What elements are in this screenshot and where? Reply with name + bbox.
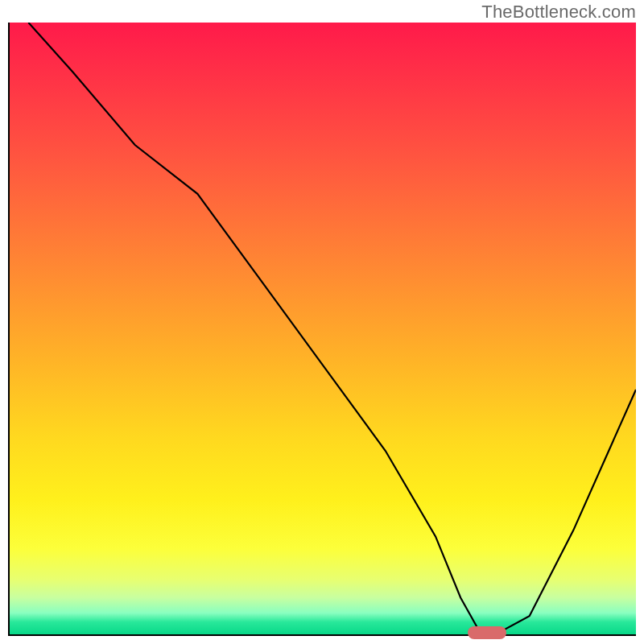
optimal-marker — [468, 626, 506, 639]
watermark-text: TheBottleneck.com — [481, 2, 636, 23]
chart-plot-area — [8, 23, 636, 636]
chart-curve-svg — [10, 23, 636, 634]
bottleneck-curve-line — [28, 23, 636, 631]
